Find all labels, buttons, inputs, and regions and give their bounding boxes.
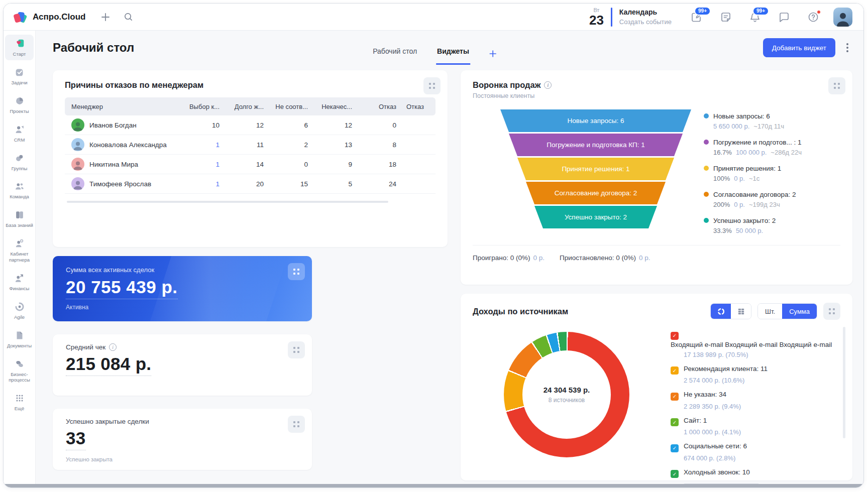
donut-view-button[interactable] [711, 304, 731, 319]
sidebar-item-team[interactable]: Команда [5, 177, 34, 203]
funnel-legend-label[interactable]: Согласование договора: 2 [713, 191, 796, 198]
column-header[interactable]: Отказ [402, 103, 429, 110]
column-header[interactable]: Некачес... [314, 103, 358, 110]
funnel-legend-item: Новые запросы: 65 650 000 р.~170д 11ч [704, 111, 840, 130]
unit-button-sum[interactable]: Сумма [782, 304, 817, 319]
user-avatar[interactable] [833, 8, 852, 27]
column-header[interactable]: Отказ [358, 103, 402, 110]
sidebar-item-partner-cabinet[interactable]: Кабинет партнера [5, 234, 34, 266]
calendar-date[interactable]: Вт 23 [589, 8, 604, 27]
sidebar-item-label: Кабинет партнера [5, 251, 34, 263]
funnel-legend-label[interactable]: Успешно закрыто: 2 [713, 217, 776, 224]
help-icon[interactable] [807, 11, 819, 23]
value-cell[interactable]: 1 [181, 161, 226, 168]
funnel-legend-label[interactable]: Погружение и подготов... : 1 [713, 139, 801, 146]
funnel-stage[interactable]: Успешно закрыто: 2 [534, 206, 657, 228]
sidebar-item-finance[interactable]: Финансы [5, 269, 34, 295]
manager-name[interactable]: Коновалова Александра [89, 141, 167, 149]
notifications-bell-icon[interactable]: 99+ [749, 11, 761, 23]
funnel-stage[interactable]: Согласование договора: 2 [526, 182, 666, 204]
value-cell: 18 [358, 161, 402, 168]
legend-horizontal-scrollbar[interactable] [684, 483, 759, 485]
funnel-legend-label[interactable]: Принятие решения: 1 [713, 165, 781, 172]
funnel-stage[interactable]: Новые запросы: 6 [500, 109, 691, 132]
funnel-stage[interactable]: Принятие решения: 1 [517, 158, 674, 180]
drag-handle-icon[interactable] [828, 77, 845, 94]
column-header[interactable]: Выбор к... [181, 103, 226, 110]
sidebar-item-documents[interactable]: Документы [5, 326, 34, 352]
info-icon[interactable]: i [544, 81, 552, 89]
topbar-icons: 99+ 99+ [691, 11, 819, 23]
tab-dashboard[interactable]: Рабочий стол [372, 47, 418, 65]
sidebar-item-agile[interactable]: Agile [5, 298, 34, 323]
widget-income-by-source: Доходы по источникам [461, 294, 852, 480]
legend-vertical-scrollbar[interactable] [843, 327, 845, 438]
more-options-kebab-icon[interactable] [844, 41, 850, 54]
calendar-create-event: Создать событие [619, 18, 672, 26]
add-tab-plus-icon[interactable] [488, 49, 497, 58]
drag-handle-icon[interactable] [288, 263, 305, 280]
active-deals-sum-value[interactable]: 20 755 439 р. [66, 277, 178, 299]
value-cell[interactable]: 1 [181, 141, 226, 149]
legend-checkbox-icon[interactable]: ✓ [671, 418, 679, 426]
legend-checkbox-icon[interactable]: ✓ [671, 444, 679, 452]
tab-widgets[interactable]: Виджеты [436, 47, 470, 65]
app-logo-icon[interactable] [13, 10, 28, 25]
income-source-label[interactable]: Входящий e-mail Входящий e-mail Входящий… [671, 341, 832, 348]
legend-checkbox-icon[interactable]: ✓ [671, 470, 679, 478]
stage-conversion: 16.7% [713, 149, 732, 156]
sidebar-item-tasks[interactable]: Задачи [5, 63, 34, 89]
info-icon[interactable]: i [109, 343, 117, 351]
column-header[interactable]: Менеджер [65, 103, 181, 110]
sidebar-item-more[interactable]: Ещё [5, 389, 34, 415]
average-check-value[interactable]: 215 084 р. [66, 354, 151, 376]
sidebar-item-crm[interactable]: CRM [5, 120, 34, 146]
income-source-value: 674 000 р. (2.8%) [684, 454, 840, 462]
funnel-legend-detail: 100%0 р.~1с [713, 175, 840, 182]
sidebar-item-start[interactable]: Старт [5, 35, 34, 60]
notes-icon[interactable] [720, 11, 732, 23]
chat-icon[interactable] [778, 11, 790, 23]
drag-handle-icon[interactable] [288, 341, 305, 358]
value-cell[interactable]: 1 [181, 180, 226, 188]
table-horizontal-scrollbar[interactable] [67, 201, 388, 203]
drag-handle-icon[interactable] [423, 77, 441, 94]
income-source-label[interactable]: Холодный звонок: 10 [684, 468, 750, 476]
table-row[interactable]: Коновалова Александра1112138 [65, 135, 436, 155]
sidebar-item-business-processes[interactable]: Бизнес-процессы [5, 355, 34, 387]
income-source-label[interactable]: Социальные сети: 6 [684, 442, 747, 450]
closed-deals-value[interactable]: 33 [66, 428, 86, 450]
legend-checkbox-icon[interactable]: ✓ [671, 366, 679, 375]
calendar-block[interactable]: Календарь Создать событие [619, 8, 672, 26]
drag-handle-icon[interactable] [288, 416, 305, 433]
unit-button-count[interactable]: Шт. [758, 304, 782, 319]
income-source-label[interactable]: Рекомендация клиента: 11 [684, 365, 768, 373]
income-legend-item: ✓Социальные сети: 6674 000 р. (2.8%) [671, 441, 840, 462]
manager-name[interactable]: Иванов Богдан [89, 121, 137, 129]
column-header[interactable]: Долго ж... [226, 103, 270, 110]
create-plus-icon[interactable] [100, 12, 111, 22]
column-header[interactable]: Не соотв... [270, 103, 314, 110]
table-row[interactable]: Иванов Богдан10126120 [65, 115, 436, 135]
sidebar-item-groups[interactable]: Группы [5, 149, 34, 175]
table-view-button[interactable] [731, 304, 751, 319]
sidebar-item-knowledge-base[interactable]: База знаний [5, 206, 34, 231]
widget-title: Воронка продаж [473, 80, 540, 90]
funnel-stage[interactable]: Погружение и подготовка КП: 1 [509, 134, 683, 156]
funnel-legend-label[interactable]: Новые запросы: 6 [713, 112, 770, 120]
table-row[interactable]: Никитина Мира1140918 [65, 155, 436, 174]
add-widget-button[interactable]: Добавить виджет [763, 38, 835, 57]
sidebar-item-projects[interactable]: Проекты [5, 92, 34, 117]
income-source-label[interactable]: Сайт: 1 [684, 417, 707, 424]
manager-name[interactable]: Никитина Мира [89, 161, 138, 168]
manager-name[interactable]: Тимофеев Ярослав [89, 180, 151, 188]
mail-compose-icon[interactable]: 99+ [691, 11, 703, 23]
drag-handle-icon[interactable] [823, 303, 840, 320]
legend-checkbox-icon[interactable]: ✓ [671, 332, 679, 340]
income-source-label[interactable]: Не указан: 34 [684, 391, 726, 398]
search-icon[interactable] [124, 12, 133, 22]
stage-money: 0 р. [734, 175, 745, 182]
table-row[interactable]: Тимофеев Ярослав12015524 [65, 174, 436, 194]
legend-checkbox-icon[interactable]: ✓ [671, 393, 679, 401]
sidebar-item-label: Ещё [5, 406, 34, 412]
